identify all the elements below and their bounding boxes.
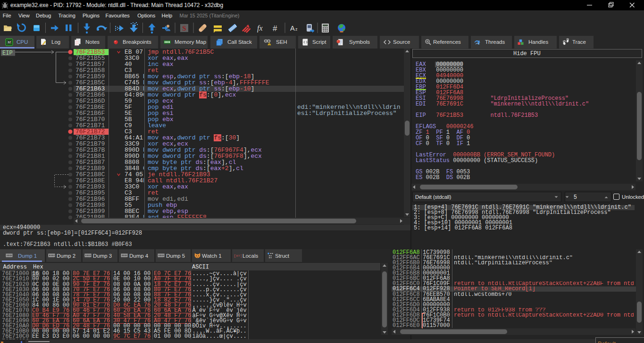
svg-text:EIP: EIP [2,50,13,57]
svg-text:z: z [295,27,298,32]
svg-text:#: # [273,24,277,33]
svg-text:32: 32 [8,41,11,44]
svg-text:S: S [182,24,186,32]
svg-text:A: A [290,24,295,32]
svg-text:fx: fx [257,24,263,33]
svg-text:[x=]: [x=] [234,254,242,258]
